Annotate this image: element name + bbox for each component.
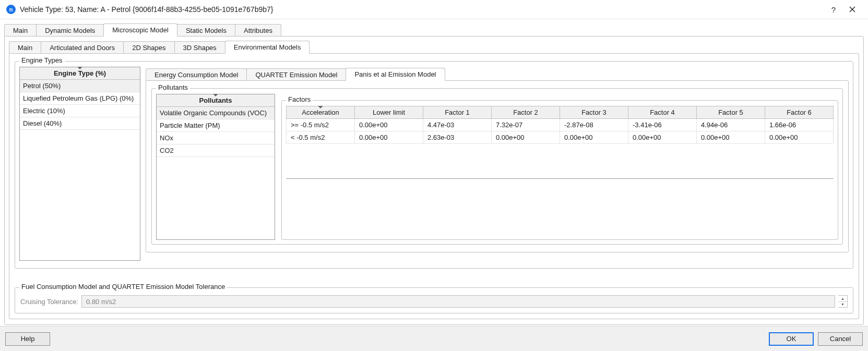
- titlebar: n Vehicle Type: 53, Name: A - Petrol {90…: [0, 0, 868, 19]
- ok-button[interactable]: OK: [769, 332, 814, 346]
- engine-type-header[interactable]: Engine Type (%): [20, 67, 140, 80]
- cruising-tolerance-input[interactable]: [81, 295, 835, 308]
- pollutant-row-nox[interactable]: NOx: [157, 132, 275, 144]
- tab-microscopic-model[interactable]: Microscopic Model: [103, 23, 177, 37]
- tab-attributes[interactable]: Attributes: [235, 24, 281, 37]
- cell[interactable]: >= -0.5 m/s2: [287, 119, 355, 131]
- tab-3d-shapes[interactable]: 3D Shapes: [174, 41, 225, 54]
- factors-col-f2[interactable]: Factor 2: [492, 106, 560, 119]
- pollutants-legend: Pollutants: [156, 83, 190, 91]
- cruising-tolerance-spinner[interactable]: ▲ ▼: [838, 295, 848, 308]
- cell[interactable]: 2.63e-03: [423, 131, 492, 144]
- factors-col-lower[interactable]: Lower limit: [355, 106, 423, 119]
- cell[interactable]: -2.87e-08: [560, 119, 628, 131]
- cell[interactable]: 0.00e+00: [765, 131, 834, 144]
- engine-type-table[interactable]: Engine Type (%) Petrol (50%) Liquefied P…: [19, 67, 140, 261]
- app-icon: n: [6, 5, 16, 14]
- cruising-tolerance-label: Cruising Tolerance:: [20, 298, 78, 306]
- tab-2d-shapes[interactable]: 2D Shapes: [123, 41, 174, 54]
- spinner-up-icon[interactable]: ▲: [838, 296, 847, 302]
- help-button[interactable]: Help: [5, 332, 50, 346]
- factors-row[interactable]: >= -0.5 m/s2 0.00e+00 4.47e-03 7.32e-07 …: [287, 119, 834, 131]
- spinner-down-icon[interactable]: ▼: [838, 302, 847, 308]
- tab-sub-main[interactable]: Main: [9, 41, 41, 54]
- cell[interactable]: 0.00e+00: [628, 131, 697, 144]
- tab-articulated-doors[interactable]: Articulated and Doors: [41, 41, 124, 54]
- pollutants-group: Pollutants Pollutants Volatile Organic C…: [151, 88, 843, 245]
- engine-row-petrol[interactable]: Petrol (50%): [20, 80, 140, 92]
- tab-energy-consumption[interactable]: Energy Consumption Model: [146, 68, 247, 81]
- engine-row-diesel[interactable]: Diesel (40%): [20, 117, 140, 130]
- emission-panel: Energy Consumption Model QUARTET Emissio…: [146, 67, 849, 261]
- engine-types-legend: Engine Types: [19, 56, 65, 64]
- pollutant-row-voc[interactable]: Volatile Organic Compounds (VOC): [157, 107, 275, 119]
- engine-row-electric[interactable]: Electric (10%): [20, 105, 140, 117]
- button-bar: Help OK Cancel: [0, 326, 868, 351]
- sub-tabs: Main Articulated and Doors 2D Shapes 3D …: [9, 40, 859, 53]
- cell[interactable]: 1.66e-06: [765, 119, 834, 131]
- pollutants-table[interactable]: Pollutants Volatile Organic Compounds (V…: [156, 94, 275, 240]
- cell[interactable]: 0.00e+00: [355, 131, 423, 144]
- tolerance-legend: Fuel Consumption Model and QUARTET Emiss…: [19, 283, 227, 291]
- factors-col-f1[interactable]: Factor 1: [423, 106, 492, 119]
- engine-types-group: Engine Types Engine Type (%) Petrol (50%…: [15, 61, 853, 269]
- factors-row[interactable]: < -0.5 m/s2 0.00e+00 2.63e-03 0.00e+00 0…: [287, 131, 834, 144]
- factors-table[interactable]: Acceleration Lower limit Factor 1 Factor…: [286, 106, 834, 144]
- cell[interactable]: 7.32e-07: [492, 119, 560, 131]
- cancel-button[interactable]: Cancel: [818, 332, 863, 346]
- factors-legend: Factors: [286, 95, 313, 103]
- top-tabs: Main Dynamic Models Microscopic Model St…: [4, 22, 864, 36]
- pollutant-row-co2[interactable]: CO2: [157, 144, 275, 157]
- tab-static-models[interactable]: Static Models: [177, 24, 235, 37]
- cell[interactable]: 4.47e-03: [423, 119, 492, 131]
- engine-row-lpg[interactable]: Liquefied Petroleum Gas (LPG) (0%): [20, 92, 140, 105]
- close-icon[interactable]: [843, 2, 862, 17]
- tab-panis-emission[interactable]: Panis et al Emission Model: [346, 68, 445, 81]
- factors-col-f5[interactable]: Factor 5: [697, 106, 765, 119]
- top-tabs-content: Main Articulated and Doors 2D Shapes 3D …: [4, 36, 864, 325]
- tab-environmental-models[interactable]: Environmental Models: [225, 41, 310, 54]
- tolerance-group: Fuel Consumption Model and QUARTET Emiss…: [15, 287, 853, 313]
- factors-col-f3[interactable]: Factor 3: [560, 106, 628, 119]
- pollutants-header[interactable]: Pollutants: [157, 94, 275, 107]
- cell[interactable]: -3.41e-06: [628, 119, 697, 131]
- cell[interactable]: 0.00e+00: [697, 131, 765, 144]
- dialog-body: Main Dynamic Models Microscopic Model St…: [0, 19, 868, 326]
- tab-dynamic-models[interactable]: Dynamic Models: [36, 24, 104, 37]
- tab-quartet-emission[interactable]: QUARTET Emission Model: [246, 68, 346, 81]
- factors-col-f6[interactable]: Factor 6: [765, 106, 834, 119]
- emission-tabs-content: Pollutants Pollutants Volatile Organic C…: [146, 80, 849, 252]
- cell[interactable]: 0.00e+00: [355, 119, 423, 131]
- cell[interactable]: 0.00e+00: [492, 131, 560, 144]
- window-title: Vehicle Type: 53, Name: A - Petrol {9006…: [20, 5, 824, 14]
- cell[interactable]: 4.94e-06: [697, 119, 765, 131]
- cell[interactable]: < -0.5 m/s2: [287, 131, 355, 144]
- emission-tabs: Energy Consumption Model QUARTET Emissio…: [146, 67, 849, 80]
- help-icon[interactable]: ?: [824, 2, 843, 17]
- pollutant-row-pm[interactable]: Particle Matter (PM): [157, 119, 275, 132]
- tab-main[interactable]: Main: [4, 24, 37, 37]
- factors-group: Factors Acceleration: [281, 100, 838, 240]
- factors-col-accel[interactable]: Acceleration: [287, 106, 355, 119]
- factors-col-f4[interactable]: Factor 4: [628, 106, 697, 119]
- cell[interactable]: 0.00e+00: [560, 131, 628, 144]
- sub-tabs-content: Engine Types Engine Type (%) Petrol (50%…: [9, 53, 859, 319]
